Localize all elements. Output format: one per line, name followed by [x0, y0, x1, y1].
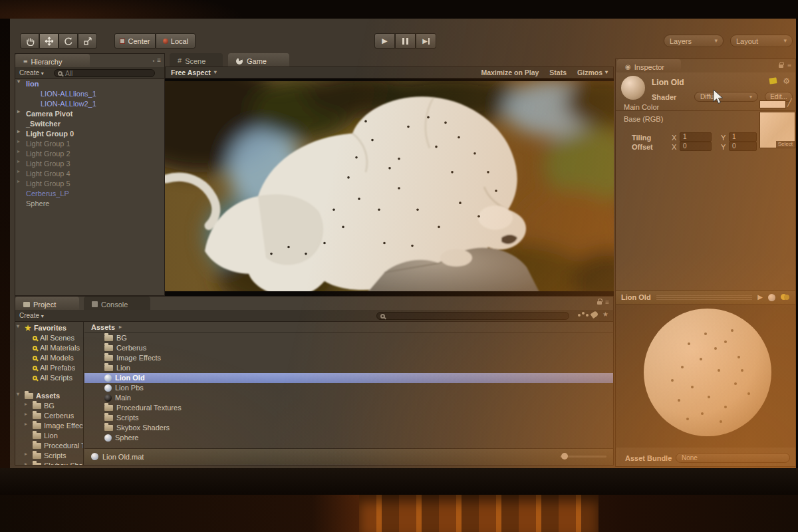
tiling-y-field[interactable]: 1 [729, 132, 757, 142]
foldout-closed-icon[interactable] [17, 169, 20, 174]
shader-dropdown[interactable]: Diffuse [694, 92, 758, 102]
foldout-closed-icon[interactable] [25, 452, 27, 457]
layers-dropdown[interactable]: Layers [664, 35, 724, 47]
step-button[interactable] [416, 33, 436, 49]
hierarchy-item-light-group[interactable]: Light Group 0 [15, 129, 164, 139]
foldout-closed-icon[interactable] [25, 422, 27, 427]
maximize-on-play-toggle[interactable]: Maximize on Play [481, 68, 539, 76]
project-create-button[interactable]: Create [19, 312, 44, 319]
hierarchy-item-camera-pivot[interactable]: Camera Pivot [15, 109, 164, 119]
project-breadcrumb[interactable]: Assets [84, 322, 613, 333]
foldout-closed-icon[interactable] [17, 109, 20, 114]
file-procedural-textures[interactable]: Procedural Textures [84, 403, 613, 413]
play-button[interactable] [374, 33, 395, 49]
hierarchy-tab[interactable]: Hierarchy [15, 54, 90, 67]
file-scripts[interactable]: Scripts [84, 413, 613, 423]
game-tab[interactable]: Game [228, 53, 289, 66]
lock-icon[interactable] [779, 65, 783, 68]
file-sphere[interactable]: Sphere [84, 433, 613, 443]
hierarchy-item-sphere[interactable]: Sphere [15, 199, 164, 209]
inspector-pane-menu[interactable] [779, 63, 791, 69]
scene-tab[interactable]: Scene [170, 53, 223, 66]
tree-item-image-effects[interactable]: Image Effects [15, 421, 83, 431]
inspector-tab[interactable]: Inspector [617, 59, 681, 72]
hierarchy-pane-menu[interactable] [152, 57, 161, 64]
foldout-closed-icon[interactable] [17, 159, 20, 164]
console-tab[interactable]: Console [84, 297, 150, 310]
search-by-label-button[interactable] [591, 311, 599, 319]
base-texture-thumbnail[interactable]: Select [759, 112, 795, 148]
file-lion[interactable]: Lion [84, 363, 613, 373]
file-image-effects[interactable]: Image Effects [84, 353, 613, 363]
hierarchy-search-input[interactable]: All [54, 69, 155, 77]
search-favorites-button[interactable] [602, 311, 608, 318]
file-skybox-shaders[interactable]: Skybox Shaders [84, 423, 613, 433]
file-lion-pbs[interactable]: Lion Pbs [84, 383, 613, 393]
tree-item-cerberus[interactable]: Cerberus [15, 411, 83, 421]
aspect-dropdown[interactable]: Free Aspect [171, 68, 217, 76]
main-color-swatch[interactable] [759, 100, 786, 108]
preview-sphere-icon[interactable] [768, 294, 775, 301]
file-bg[interactable]: BG [84, 333, 613, 343]
tree-item-bg[interactable]: BG [15, 401, 83, 411]
hierarchy-item-light-group[interactable]: Light Group 4 [15, 169, 164, 179]
foldout-open-icon[interactable] [17, 392, 19, 397]
scale-tool-button[interactable] [78, 33, 97, 49]
foldout-closed-icon[interactable] [25, 402, 27, 407]
foldout-open-icon[interactable] [17, 79, 20, 84]
file-cerberus[interactable]: Cerberus [84, 343, 613, 353]
foldout-closed-icon[interactable] [17, 149, 20, 154]
preview-play-icon[interactable] [757, 294, 763, 301]
game-viewport[interactable] [165, 78, 614, 296]
gizmos-dropdown[interactable]: Gizmos [577, 68, 608, 76]
asset-bundle-dropdown[interactable]: None [676, 453, 790, 463]
project-tab[interactable]: Project [15, 297, 79, 310]
tree-item-lion[interactable]: Lion [15, 431, 83, 441]
favorite-all-materials[interactable]: All Materials [15, 343, 83, 353]
hierarchy-item-lion-child[interactable]: LION-ALLlow2_1 [15, 99, 164, 109]
tree-item-procedural[interactable]: Procedural Textures [15, 441, 83, 451]
assets-tree-root[interactable]: Assets [15, 391, 83, 401]
project-search-input[interactable] [376, 312, 569, 320]
tree-item-scripts[interactable]: Scripts [15, 451, 83, 461]
tree-item-skybox[interactable]: Skybox Shaders [15, 461, 83, 465]
hierarchy-item-cerberus[interactable]: Cerberus_LP [15, 189, 164, 199]
hierarchy-item-light-group[interactable]: Light Group 1 [15, 139, 164, 149]
hierarchy-item-switcher[interactable]: _Switcher [15, 119, 164, 129]
favorite-all-models[interactable]: All Models [15, 353, 83, 363]
move-tool-button[interactable] [39, 33, 59, 49]
foldout-closed-icon[interactable] [25, 462, 27, 465]
stats-toggle[interactable]: Stats [549, 68, 567, 76]
hierarchy-item-light-group[interactable]: Light Group 3 [15, 159, 164, 169]
file-main[interactable]: Main [84, 393, 613, 403]
tag-icon[interactable] [769, 77, 777, 84]
foldout-closed-icon[interactable] [25, 412, 27, 417]
hierarchy-item-light-group[interactable]: Light Group 2 [15, 149, 164, 159]
foldout-closed-icon[interactable] [17, 139, 20, 144]
favorite-all-scripts[interactable]: All Scripts [15, 373, 83, 383]
favorite-all-prefabs[interactable]: All Prefabs [15, 363, 83, 373]
layout-dropdown[interactable]: Layout [730, 35, 793, 47]
preview-header[interactable]: Lion Old [616, 290, 795, 305]
hand-tool-button[interactable] [20, 33, 39, 49]
lock-icon[interactable] [597, 301, 602, 305]
texture-select-button[interactable]: Select [776, 141, 795, 148]
slider-knob[interactable] [561, 453, 568, 460]
project-pane-menu[interactable] [597, 299, 609, 306]
pivot-center-button[interactable]: Center [114, 33, 156, 49]
hierarchy-item-light-group[interactable]: Light Group 5 [15, 179, 164, 189]
foldout-closed-icon[interactable] [17, 179, 20, 184]
hierarchy-item-lion-child[interactable]: LION-ALLlions_1 [15, 89, 164, 99]
foldout-closed-icon[interactable] [17, 129, 20, 134]
file-lion-old-selected[interactable]: Lion Old [84, 373, 613, 383]
preview-light-icon[interactable] [781, 294, 790, 301]
eyedropper-icon[interactable] [787, 99, 792, 106]
favorite-all-scenes[interactable]: All Scenes [15, 333, 83, 343]
favorites-root[interactable]: Favorites [15, 323, 83, 333]
foldout-open-icon[interactable] [17, 324, 19, 329]
tiling-x-field[interactable]: 1 [680, 132, 712, 142]
offset-x-field[interactable]: 0 [680, 142, 712, 151]
hierarchy-create-button[interactable]: Create [19, 69, 44, 76]
hierarchy-item-lion[interactable]: lion [15, 79, 164, 89]
gear-icon[interactable] [783, 77, 790, 85]
